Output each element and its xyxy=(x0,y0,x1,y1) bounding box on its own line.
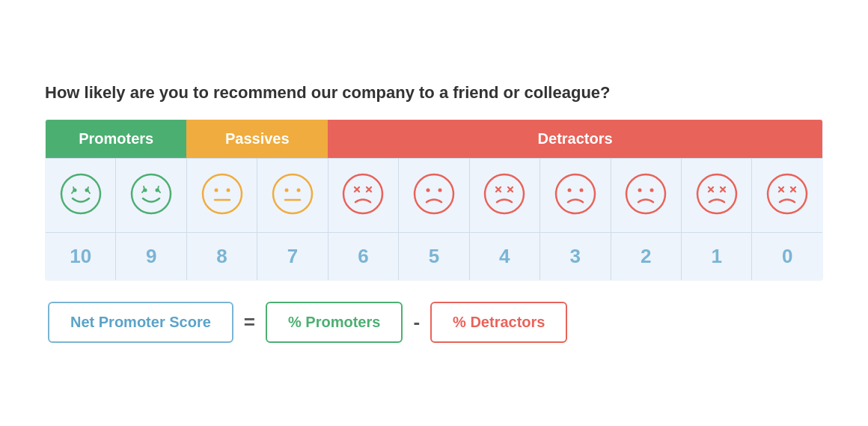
svg-point-7 xyxy=(214,189,218,192)
emoji-cell-1 xyxy=(681,159,751,233)
header-passives: Passives xyxy=(186,120,328,159)
score-4: 4 xyxy=(469,233,540,281)
emoji-9 xyxy=(129,172,173,216)
emoji-cell-8 xyxy=(186,159,257,233)
svg-point-12 xyxy=(297,189,301,192)
emoji-row xyxy=(46,159,823,233)
minus-operator: - xyxy=(413,311,420,334)
formula-row: Net Promoter Score = % Promoters - % Det… xyxy=(45,302,823,343)
emoji-cell-9 xyxy=(116,159,186,233)
svg-point-28 xyxy=(567,189,571,192)
emoji-cell-10 xyxy=(46,159,116,233)
score-7: 7 xyxy=(257,233,328,281)
emoji-cell-0 xyxy=(752,159,823,233)
emoji-2 xyxy=(624,172,667,216)
emoji-cell-5 xyxy=(399,159,469,233)
emoji-cell-3 xyxy=(540,159,611,233)
svg-point-14 xyxy=(343,174,382,213)
svg-point-27 xyxy=(556,174,595,213)
svg-point-30 xyxy=(626,174,665,213)
score-2: 2 xyxy=(611,233,681,281)
svg-point-10 xyxy=(273,174,312,213)
svg-point-11 xyxy=(285,189,289,192)
detractors-formula-box: % Detractors xyxy=(430,302,567,343)
score-0: 0 xyxy=(752,233,823,281)
score-9: 9 xyxy=(116,233,186,281)
svg-point-6 xyxy=(203,174,242,213)
emoji-8 xyxy=(201,172,244,216)
svg-point-19 xyxy=(415,174,453,213)
score-6: 6 xyxy=(328,233,398,281)
emoji-cell-4 xyxy=(469,159,540,233)
emoji-10 xyxy=(59,172,103,216)
score-1: 1 xyxy=(681,233,751,281)
emoji-5 xyxy=(412,172,456,216)
emoji-3 xyxy=(554,172,597,216)
emoji-4 xyxy=(483,172,526,216)
score-5: 5 xyxy=(399,233,469,281)
header-row: Promoters Passives Detractors xyxy=(46,120,823,159)
header-promoters: Promoters xyxy=(46,120,187,159)
emoji-0 xyxy=(765,172,809,216)
svg-point-22 xyxy=(485,174,524,213)
number-row: 10 9 8 7 6 5 4 3 2 1 0 xyxy=(46,233,823,281)
svg-point-8 xyxy=(226,189,230,192)
svg-point-32 xyxy=(650,189,654,192)
svg-point-3 xyxy=(132,174,171,213)
emoji-6 xyxy=(341,172,385,216)
score-3: 3 xyxy=(540,233,611,281)
emoji-cell-7 xyxy=(257,159,328,233)
equals-operator: = xyxy=(244,311,255,334)
svg-point-38 xyxy=(768,174,807,213)
emoji-cell-2 xyxy=(611,159,681,233)
nps-label-box: Net Promoter Score xyxy=(48,302,233,343)
svg-point-31 xyxy=(638,189,642,192)
score-10: 10 xyxy=(46,233,116,281)
emoji-cell-6 xyxy=(328,159,398,233)
svg-point-29 xyxy=(579,189,583,192)
main-container: How likely are you to recommend our comp… xyxy=(37,68,831,358)
svg-point-33 xyxy=(697,174,736,213)
promoters-formula-box: % Promoters xyxy=(266,302,403,343)
emoji-7 xyxy=(271,172,314,216)
svg-point-21 xyxy=(438,189,441,192)
emoji-1 xyxy=(695,172,739,216)
svg-point-20 xyxy=(426,189,430,192)
question-text: How likely are you to recommend our comp… xyxy=(45,83,823,103)
nps-table: Promoters Passives Detractors xyxy=(45,119,823,281)
score-8: 8 xyxy=(186,233,257,281)
header-detractors: Detractors xyxy=(328,120,822,159)
svg-point-0 xyxy=(61,174,100,213)
